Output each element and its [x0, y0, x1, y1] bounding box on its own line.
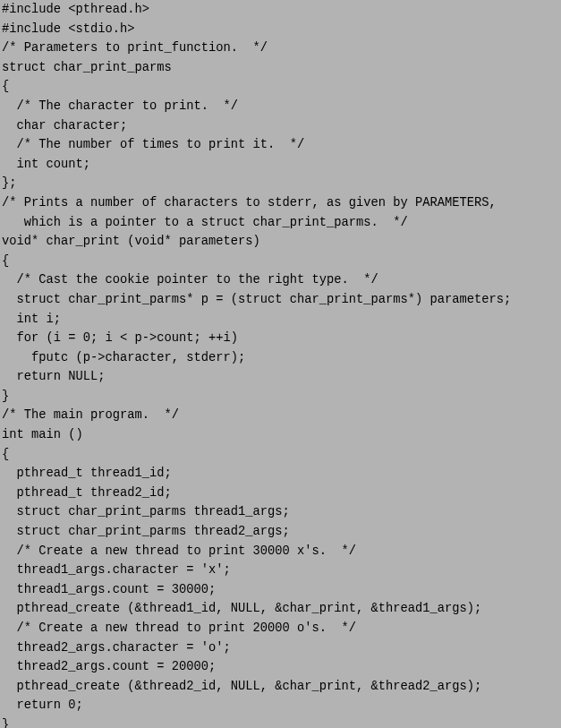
code-block: #include <pthread.h> #include <stdio.h> …	[0, 0, 561, 728]
